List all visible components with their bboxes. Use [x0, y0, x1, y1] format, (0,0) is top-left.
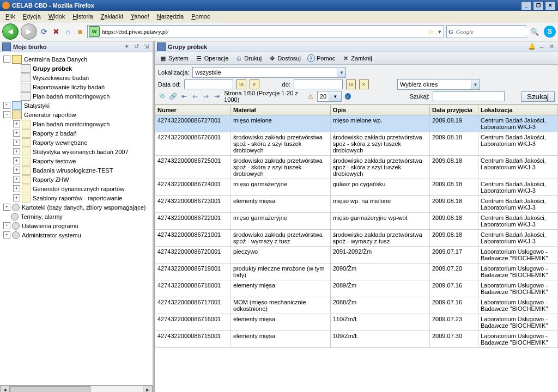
- menu-widok[interactable]: Widok: [45, 13, 69, 20]
- table-row[interactable]: 4274322000086718001elementy mięsa2089/Żm…: [155, 280, 558, 297]
- tree-item[interactable]: +Statystyki: [0, 101, 153, 110]
- column-header[interactable]: Numer: [155, 105, 231, 115]
- search-button[interactable]: Szukaj: [521, 91, 555, 102]
- rss-icon[interactable]: ■: [75, 27, 85, 36]
- expand-icon[interactable]: +: [13, 176, 20, 183]
- nav-next-page-icon[interactable]: ⇥: [213, 92, 221, 101]
- tree-item[interactable]: Grupy próbek: [0, 64, 153, 73]
- period-select[interactable]: Wybierz okres▼: [397, 79, 480, 90]
- search-field[interactable]: [433, 91, 505, 101]
- tree-item[interactable]: +Administrator systemu: [0, 230, 153, 240]
- menu-dostosuj[interactable]: ✥Dostosuj: [266, 53, 303, 63]
- tree-item[interactable]: +Ustawienia programu: [0, 221, 153, 230]
- tree-item[interactable]: +Raporty wewnętrzne: [0, 138, 153, 147]
- expand-icon[interactable]: +: [13, 185, 20, 192]
- calendar-to-clear-icon[interactable]: ✕: [359, 79, 369, 89]
- expand-icon[interactable]: +: [13, 167, 20, 174]
- expand-icon[interactable]: +: [13, 120, 20, 127]
- left-hscrollbar[interactable]: ◄ ►: [0, 385, 153, 392]
- expand-icon[interactable]: +: [3, 204, 10, 211]
- menu-system[interactable]: ▦System: [157, 53, 191, 63]
- panel-minimize-icon[interactable]: –: [537, 42, 546, 51]
- table-row[interactable]: 4274322000086724001mięso garmażeryjnegul…: [155, 179, 558, 196]
- menu-pomoc[interactable]: ?Pomoc: [305, 53, 337, 63]
- expand-icon[interactable]: +: [13, 157, 20, 164]
- scroll-right-icon[interactable]: ►: [143, 385, 153, 392]
- tree-item[interactable]: +Badania wirusologiczne-TEST: [0, 166, 153, 175]
- tree-item[interactable]: Raportowanie liczby badań: [0, 82, 153, 91]
- tree-item[interactable]: +Raporty testowe: [0, 156, 153, 166]
- expand-icon[interactable]: +: [3, 231, 10, 238]
- menu-zamknij[interactable]: ✕Zamknij: [339, 53, 374, 63]
- bookmark-star-icon[interactable]: ☆: [426, 28, 436, 36]
- table-container[interactable]: NumerMateriałOpisData przyjęciaLokalizac…: [155, 105, 558, 392]
- tree-item[interactable]: Plan badań monitoringowych: [0, 91, 153, 101]
- nav-forward[interactable]: ►: [21, 23, 37, 40]
- menu-narzędzia[interactable]: Narzędzia: [154, 13, 187, 20]
- expand-icon[interactable]: +: [3, 222, 10, 229]
- collapse-icon[interactable]: -: [3, 56, 10, 63]
- tree-item[interactable]: +Statystyka wykonanych badań 2007: [0, 147, 153, 156]
- date-to-input[interactable]: [294, 79, 343, 89]
- menu-plik[interactable]: Plik: [2, 13, 19, 20]
- stop-icon[interactable]: ✖: [51, 27, 61, 36]
- table-row[interactable]: 4274322000086727001mięso mielonemięso mi…: [155, 115, 558, 132]
- menu-zakładki[interactable]: Zakładki: [98, 13, 126, 20]
- nav-first-icon[interactable]: ⟲: [158, 92, 166, 101]
- table-row[interactable]: 4274322000086721001środowisko zakładu pr…: [155, 230, 558, 247]
- nav-next-icon[interactable]: ⇒: [202, 92, 210, 101]
- calendar-from-icon[interactable]: 18: [236, 79, 246, 89]
- page-size-select[interactable]: 20▼: [317, 91, 342, 102]
- tree-item[interactable]: +Kartoteki (bazy danych, zbiory wspomaga…: [0, 203, 153, 212]
- menu-historia[interactable]: Historia: [69, 13, 96, 20]
- menu-yahoo![interactable]: Yahoo!: [128, 13, 153, 20]
- loc-select[interactable]: wszystkie▼: [192, 67, 346, 78]
- expand-icon[interactable]: +: [13, 148, 20, 155]
- scroll-left-icon[interactable]: ◄: [0, 385, 10, 392]
- browser-search[interactable]: G: [446, 25, 526, 38]
- window-close[interactable]: ✕: [545, 1, 556, 10]
- menu-operacje[interactable]: ☰Operacje: [193, 53, 231, 63]
- menu-edycja[interactable]: Edycja: [20, 13, 44, 20]
- nav-back[interactable]: ◄: [2, 23, 19, 40]
- table-row[interactable]: 4274322000086717001MOM (mięso mechaniczn…: [155, 297, 558, 314]
- info-icon[interactable]: i: [345, 93, 351, 100]
- expand-icon[interactable]: +: [13, 130, 20, 137]
- tree-item[interactable]: +Raporty ZHW: [0, 175, 153, 184]
- nav-link-icon[interactable]: 🔗: [169, 92, 177, 101]
- collapse-icon[interactable]: -: [3, 111, 10, 118]
- menu-pomoc[interactable]: Pomoc: [188, 13, 213, 20]
- table-row[interactable]: 4274322000086722001mięso garmażeryjnemię…: [155, 213, 558, 230]
- url-bar[interactable]: W ☆ ▾: [87, 25, 444, 38]
- tree-item[interactable]: -Centralna Baza Danych: [0, 54, 153, 64]
- tree-item[interactable]: Wyszukiwanie badań: [0, 73, 153, 82]
- column-header[interactable]: Data przyjęcia: [429, 105, 478, 115]
- table-row[interactable]: 4274322000086715001elementy mięsa109/Żm/…: [155, 331, 558, 348]
- panel-tool-1[interactable]: ✶: [122, 42, 131, 51]
- panel-close-icon[interactable]: ✕: [547, 42, 556, 51]
- calendar-to-icon[interactable]: 18: [346, 79, 356, 89]
- column-header[interactable]: Materiał: [231, 105, 331, 115]
- panel-tool-2[interactable]: ↺: [132, 42, 141, 51]
- tree-item[interactable]: +Plan badań monitoringowych: [0, 119, 153, 128]
- expand-icon[interactable]: +: [13, 194, 20, 201]
- skype-icon[interactable]: S: [544, 26, 556, 38]
- panel-alert-icon[interactable]: 🔔: [527, 42, 536, 51]
- url-dropdown[interactable]: ▾: [436, 28, 444, 35]
- table-row[interactable]: 4274322000086716001elementy mięsa110/Żm/…: [155, 314, 558, 331]
- table-row[interactable]: 4274322000086725001środowisko zakładu pr…: [155, 156, 558, 179]
- window-restore[interactable]: ❐: [533, 1, 544, 10]
- expand-icon[interactable]: +: [13, 139, 20, 146]
- date-from-input[interactable]: [184, 79, 233, 89]
- home-icon[interactable]: ⌂: [63, 27, 73, 36]
- nav-prev-page-icon[interactable]: ⇤: [180, 92, 188, 101]
- table-row[interactable]: 4274322000086726001środowisko zakładu pr…: [155, 132, 558, 156]
- table-row[interactable]: 4274322000086720001pieczywo2091-2092/Żm2…: [155, 247, 558, 264]
- tree-item[interactable]: +Generator dynamicznych raportów: [0, 184, 153, 193]
- menu-drukuj[interactable]: ⎙Drukuj: [233, 53, 264, 63]
- tree-item[interactable]: Terminy, alarmy: [0, 212, 153, 221]
- calendar-from-clear-icon[interactable]: ✕: [250, 79, 259, 89]
- window-minimize[interactable]: _: [521, 1, 532, 10]
- column-header[interactable]: Opis: [330, 105, 429, 115]
- navigation-tree[interactable]: -Centralna Baza DanychGrupy próbekWyszuk…: [0, 52, 153, 385]
